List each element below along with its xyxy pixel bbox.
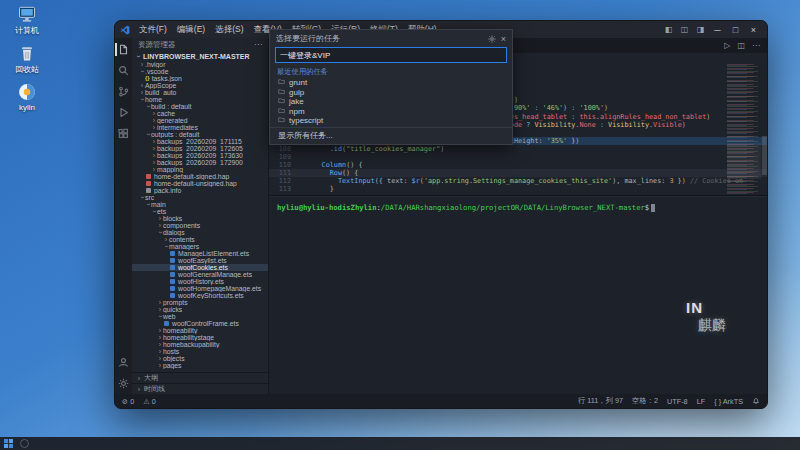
tree-item-woofControlFrame.ets[interactable]: woofControlFrame.ets — [132, 320, 268, 327]
desktop-icon-kylin-home[interactable]: kylin — [2, 82, 52, 112]
extensions-icon[interactable] — [117, 127, 130, 140]
tree-item-cache[interactable]: ›cache — [132, 110, 268, 117]
tree-item-web[interactable]: ›web — [132, 313, 268, 320]
status-item[interactable]: LF — [697, 397, 706, 406]
terminal-prompt-path: /DATA/HARshangxiaolong/projectOR/DATA/Li… — [381, 203, 645, 212]
tree-item-outputs : default[interactable]: ›outputs : default — [132, 131, 268, 138]
status-problems[interactable]: ⚠ 0 — [143, 397, 156, 406]
run-icon[interactable]: ▷ — [724, 41, 730, 50]
tree-item-backups_20260209_172605[interactable]: ›backups_20260209_172605 — [132, 145, 268, 152]
tree-item-ets[interactable]: ›ets — [132, 208, 268, 215]
menu-item-编辑(E)[interactable]: 编辑(E) — [172, 24, 210, 36]
close-button[interactable]: × — [745, 25, 762, 35]
layout-secondary-icon[interactable]: ◨ — [693, 25, 708, 34]
minimize-button[interactable]: ─ — [709, 25, 726, 35]
explorer-icon[interactable] — [117, 43, 130, 56]
quickpick-item-typescript[interactable]: typescript — [270, 116, 512, 126]
terminal-panel[interactable]: hyliu@hyliu-hodisZhylin:/DATA/HARshangxi… — [269, 196, 767, 394]
tree-item-AppScope[interactable]: ›AppScope — [132, 82, 268, 89]
status-item[interactable]: 空格：2 — [632, 396, 658, 406]
source-control-icon[interactable] — [117, 85, 130, 98]
tree-item-components[interactable]: ›components — [132, 222, 268, 229]
minimap-slider[interactable] — [727, 143, 761, 180]
tree-item-hosts[interactable]: ›hosts — [132, 348, 268, 355]
sidebar-section-大纲[interactable]: ›大纲 — [132, 372, 268, 383]
tree-item-backups_20260209_173630[interactable]: ›backups_20260209_173630 — [132, 152, 268, 159]
more-actions-icon[interactable]: ⋯ — [752, 41, 760, 50]
tree-item-home-default-signed.hap[interactable]: home-default-signed.hap — [132, 173, 268, 180]
quickpick-item-grunt[interactable]: grunt — [270, 78, 512, 88]
status-problems[interactable]: ⊘ 0 — [122, 397, 134, 406]
tree-item-.vscode[interactable]: ›.vscode — [132, 68, 268, 75]
tree-item-woofGeneralManage.ets[interactable]: woofGeneralManage.ets — [132, 271, 268, 278]
file-tree: ›.hvigor›.vscode{}tasks.json›AppScope›bu… — [132, 61, 268, 372]
editor-scrollbar[interactable] — [762, 64, 767, 195]
quickpick-item-jake[interactable]: jake — [270, 97, 512, 107]
minimap[interactable] — [727, 64, 761, 195]
tree-item-src[interactable]: ›src — [132, 194, 268, 201]
tree-item-woofHistory.ets[interactable]: woofHistory.ets — [132, 278, 268, 285]
chevron-down-icon: › — [157, 230, 164, 236]
tree-item-objects[interactable]: ›objects — [132, 355, 268, 362]
status-item[interactable]: 行 111，列 97 — [578, 396, 623, 406]
bell-icon[interactable] — [752, 397, 760, 405]
tree-item-.hvigor[interactable]: ›.hvigor — [132, 61, 268, 68]
tree-item-home[interactable]: ›home — [132, 96, 268, 103]
split-editor-icon[interactable]: ◫ — [737, 41, 745, 50]
quickpick-show-all-item[interactable]: 显示所有任务... — [270, 127, 512, 144]
tree-item-pages[interactable]: ›pages — [132, 362, 268, 369]
tree-item-home-default-unsigned.hap[interactable]: home-default-unsigned.hap — [132, 180, 268, 187]
tree-item-build_auto[interactable]: ›build_auto — [132, 89, 268, 96]
sidebar-section-时间线[interactable]: ›时间线 — [132, 383, 268, 394]
tree-item-homeabilitystage[interactable]: ›homeabilitystage — [132, 334, 268, 341]
quickpick-item-npm[interactable]: npm — [270, 107, 512, 117]
account-icon[interactable] — [117, 356, 130, 369]
tree-item-backups_20260209_172900[interactable]: ›backups_20260209_172900 — [132, 159, 268, 166]
menu-item-文件(F)[interactable]: 文件(F) — [134, 24, 172, 36]
token: None — [579, 121, 595, 129]
tree-item-intermediates[interactable]: ›intermediates — [132, 124, 268, 131]
taskbar-search-icon[interactable] — [20, 439, 29, 448]
layout-sidebar-icon[interactable]: ◧ — [661, 25, 676, 34]
tree-item-woofKeyShortcuts.ets[interactable]: woofKeyShortcuts.ets — [132, 292, 268, 299]
tree-item-blocks[interactable]: ›blocks — [132, 215, 268, 222]
tree-item-mapping[interactable]: ›mapping — [132, 166, 268, 173]
desktop-icon-recycle-bin[interactable]: 回收站 — [2, 43, 52, 75]
status-item[interactable]: UTF-8 — [667, 397, 688, 406]
tree-item-woofHomepageManage.ets[interactable]: woofHomepageManage.ets — [132, 285, 268, 292]
tree-item-dialogs[interactable]: ›dialogs — [132, 229, 268, 236]
layout-panel-icon[interactable]: ◫ — [677, 25, 692, 34]
search-icon[interactable] — [117, 64, 130, 77]
quickpick-input[interactable]: 一键登录&VIP — [275, 47, 507, 63]
desktop-icon-computer[interactable]: 计算机 — [2, 4, 52, 36]
tree-item-ManageListElement.ets[interactable]: ManageListElement.ets — [132, 250, 268, 257]
menu-item-选择(S)[interactable]: 选择(S) — [210, 24, 248, 36]
settings-icon[interactable] — [117, 377, 130, 390]
explorer-more-icon[interactable]: ⋯ — [254, 40, 262, 49]
tree-item-woofEasylist.ets[interactable]: woofEasylist.ets — [132, 257, 268, 264]
tree-item-homebackupability[interactable]: ›homebackupability — [132, 341, 268, 348]
tree-item-contents[interactable]: ›contents — [132, 236, 268, 243]
tree-item-backups_20260209_171115[interactable]: ›backups_20260209_171115 — [132, 138, 268, 145]
status-item[interactable]: { } ArkTS — [714, 397, 743, 406]
quickpick-close-icon[interactable]: × — [501, 34, 506, 44]
project-root-row[interactable]: › LINYBROWSER_NEXT-MASTER — [132, 51, 268, 61]
tree-item-pack.info[interactable]: pack.info — [132, 187, 268, 194]
tree-item-tasks.json[interactable]: {}tasks.json — [132, 75, 268, 82]
maximize-button[interactable]: □ — [727, 25, 744, 35]
editor-scrollbar-thumb[interactable] — [762, 136, 767, 175]
token: . — [297, 145, 334, 153]
run-debug-icon[interactable] — [117, 106, 130, 119]
quickpick-item-gulp[interactable]: gulp — [270, 88, 512, 98]
tree-item-woofCookies.ets[interactable]: woofCookies.ets — [132, 264, 268, 271]
tree-item-managers[interactable]: ›managers — [132, 243, 268, 250]
start-button[interactable] — [4, 439, 13, 448]
tree-item-main[interactable]: ›main — [132, 201, 268, 208]
tree-item-generated[interactable]: ›generated — [132, 117, 268, 124]
tree-item-prompts[interactable]: ›prompts — [132, 299, 268, 306]
tree-item-quicks[interactable]: ›quicks — [132, 306, 268, 313]
tree-item-build : default[interactable]: ›build : default — [132, 103, 268, 110]
ets-file-icon — [164, 321, 169, 326]
gear-icon[interactable] — [488, 35, 496, 43]
tree-item-homeability[interactable]: ›homeability — [132, 327, 268, 334]
